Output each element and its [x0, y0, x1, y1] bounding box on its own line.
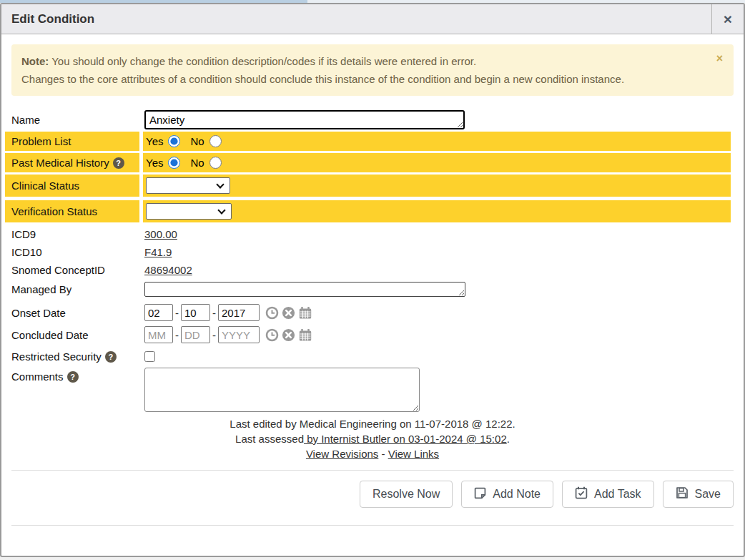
onset-month-input[interactable] [144, 304, 173, 321]
note-label: Note: [21, 55, 49, 67]
help-icon[interactable]: ? [113, 157, 124, 169]
help-icon[interactable]: ? [67, 371, 79, 383]
last-edited-text: Last edited by Medical Engineering on 11… [11, 416, 734, 431]
calendar-check-icon [575, 486, 588, 502]
onset-date-row: Onset Date - - [11, 302, 734, 323]
calendar-icon[interactable] [298, 328, 312, 342]
snomed-row: Snomed ConceptID 48694002 [11, 261, 734, 279]
clock-icon[interactable] [265, 328, 279, 342]
onset-day-input[interactable] [181, 304, 210, 321]
concluded-year-input[interactable] [218, 326, 260, 343]
icd9-row: ICD9 300.00 [11, 225, 734, 243]
date-separator: - [212, 307, 216, 319]
clear-date-icon[interactable] [282, 306, 295, 320]
problem-list-no-radio[interactable] [209, 135, 222, 147]
icd10-row: ICD10 F41.9 [11, 243, 734, 261]
icd10-label: ICD10 [11, 246, 144, 258]
warning-note-banner: Note: You should only change the conditi… [11, 44, 734, 96]
problem-list-yes-radio[interactable] [168, 135, 180, 147]
calendar-icon[interactable] [298, 306, 312, 320]
managed-by-input[interactable] [144, 282, 465, 297]
clinical-status-select[interactable] [146, 177, 230, 194]
icd9-label: ICD9 [11, 228, 144, 240]
problem-list-yes-label: Yes [146, 135, 163, 147]
note-dismiss-icon[interactable]: × [716, 53, 723, 64]
revision-links-line: View Revisions - View Links [11, 446, 734, 461]
snomed-code-link[interactable]: 48694002 [144, 264, 192, 276]
dialog-title: Edit Condition [1, 4, 711, 34]
problem-list-no-label: No [190, 135, 204, 147]
managed-by-row: Managed By [11, 279, 734, 299]
dialog-body: Note: You should only change the conditi… [1, 34, 744, 526]
last-assessed-line: Last assessed by Internist Butler on 03-… [11, 431, 734, 446]
clinical-status-row: Clinical Status [5, 175, 731, 197]
note-line-1-text: You should only change the condition des… [49, 55, 476, 67]
clear-date-icon[interactable] [282, 328, 295, 342]
icd10-code-link[interactable]: F41.9 [144, 246, 172, 258]
add-note-button[interactable]: Add Note [461, 481, 553, 508]
comments-textarea[interactable] [144, 368, 420, 412]
concluded-day-input[interactable] [181, 326, 210, 343]
view-revisions-link[interactable]: View Revisions [306, 448, 378, 460]
last-assessed-prefix: Last assessed [235, 433, 304, 445]
audit-info: Last edited by Medical Engineering on 11… [11, 416, 734, 461]
help-icon[interactable]: ? [105, 351, 117, 363]
comments-row: Comments ? [11, 368, 734, 412]
name-label: Name [11, 114, 144, 126]
concluded-month-input[interactable] [144, 326, 173, 343]
action-button-bar: Resolve Now Add Note Add Task Save [11, 471, 734, 508]
managed-by-label: Managed By [11, 283, 144, 295]
save-label: Save [695, 488, 721, 501]
dialog-header: Edit Condition × [1, 4, 744, 34]
icd9-code-link[interactable]: 300.00 [144, 228, 177, 240]
links-separator: - [378, 448, 388, 460]
add-task-button[interactable]: Add Task [562, 481, 654, 508]
past-medical-history-label: Past Medical History [11, 157, 109, 169]
past-medical-history-row: Past Medical History ? Yes No [5, 153, 731, 172]
edit-condition-dialog: Edit Condition × Note: You should only c… [0, 3, 745, 557]
resolve-now-label: Resolve Now [372, 488, 440, 501]
verification-status-label: Verification Status [5, 200, 139, 222]
restricted-security-checkbox[interactable] [144, 351, 155, 362]
close-icon[interactable]: × [711, 4, 744, 34]
concluded-date-row: Concluded Date - - [11, 324, 734, 345]
save-button[interactable]: Save [663, 481, 734, 508]
last-assessed-suffix: . [507, 433, 510, 445]
note-line-2: Changes to the core attributes of a cond… [21, 70, 702, 88]
verification-status-select[interactable] [146, 203, 232, 220]
clock-icon[interactable] [265, 306, 279, 320]
footer-divider [11, 525, 734, 526]
date-separator: - [175, 307, 179, 319]
comments-label: Comments [11, 370, 64, 383]
restricted-security-label: Restricted Security [11, 350, 102, 363]
concluded-date-label: Concluded Date [11, 329, 144, 341]
add-note-label: Add Note [493, 488, 541, 501]
restricted-security-row: Restricted Security ? [11, 347, 734, 366]
onset-year-input[interactable] [218, 304, 260, 321]
note-line-1: Note: You should only change the conditi… [21, 52, 702, 70]
resolve-now-button[interactable]: Resolve Now [360, 481, 453, 508]
problem-list-label: Problem List [5, 132, 139, 151]
save-icon [676, 486, 689, 502]
onset-date-label: Onset Date [11, 307, 144, 319]
problem-list-row: Problem List Yes No [5, 132, 731, 151]
date-separator: - [212, 329, 216, 341]
clinical-status-label: Clinical Status [5, 175, 139, 197]
note-icon [474, 487, 486, 502]
pmh-no-radio[interactable] [209, 157, 222, 169]
pmh-no-label: No [190, 157, 204, 169]
view-links-link[interactable]: View Links [388, 448, 439, 460]
name-row: Name Anxiety [11, 109, 734, 130]
date-separator: - [175, 329, 179, 341]
pmh-yes-label: Yes [146, 157, 163, 169]
snomed-label: Snomed ConceptID [11, 264, 144, 276]
pmh-yes-radio[interactable] [168, 157, 180, 169]
last-assessed-link[interactable]: by Internist Butler on 03-01-2024 @ 15:0… [304, 433, 507, 445]
name-input[interactable]: Anxiety [144, 110, 465, 129]
add-task-label: Add Task [594, 488, 641, 501]
verification-status-row: Verification Status [5, 200, 731, 222]
